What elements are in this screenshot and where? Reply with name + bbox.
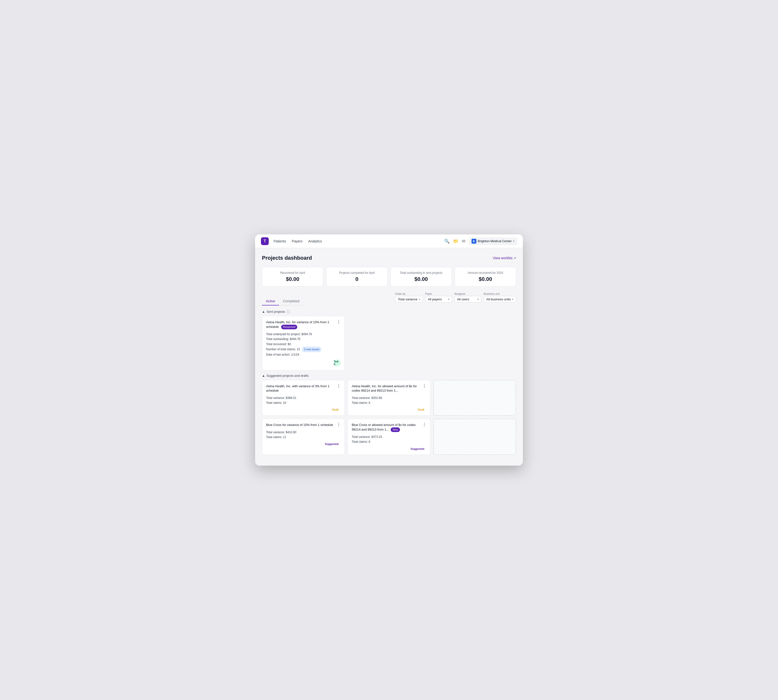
search-icon[interactable]: 🔍 — [444, 238, 450, 244]
suggested-badge-3: Suggested — [323, 442, 341, 446]
suggested-card-menu-0[interactable]: ⋮ — [337, 384, 341, 388]
suggested-card-5-empty — [433, 418, 516, 455]
suggested-card-body-1: Total variance: $202.88 Total claims: 6 — [352, 395, 426, 405]
suggested-card-detail-3-0: Total variance: $410.90 — [266, 430, 341, 435]
sent-card-detail-0-4: Date of last action: 1/1/24 — [266, 352, 341, 357]
folder-icon[interactable]: 📁 — [453, 238, 458, 244]
sent-card-title-0: Aetna Health, Inc. for variance of 15% f… — [266, 320, 337, 329]
stat-label-3: Amount recovered for 2024 — [460, 271, 511, 275]
org-switcher[interactable]: B Brighton Medical Center ▾ — [469, 238, 517, 245]
suggested-card-detail-4-1: Total claims: 8 — [352, 439, 426, 444]
suggested-card-footer-1: Draft — [352, 408, 426, 412]
suggested-card-detail-4-0: Total variance: $373.33 — [352, 435, 426, 439]
reopened-badge: Reopened — [281, 325, 298, 329]
sent-card-header-0: Aetna Health, Inc. for variance of 15% f… — [266, 320, 341, 329]
org-icon: B — [471, 239, 476, 243]
suggested-section-header[interactable]: ▲ Suggested projects and drafts — [262, 370, 516, 380]
sent-project-card-0: Aetna Health, Inc. for variance of 15% f… — [262, 316, 345, 370]
tabs-row: Active Completed — [262, 297, 303, 305]
nav-payers[interactable]: Payers — [292, 238, 303, 244]
suggested-card-0: Aetna Health, Inc. with variance of 3% f… — [262, 380, 345, 416]
stat-card-total-outstanding: Total outstanding in sent projects $0.00 — [390, 267, 452, 287]
assignee-label: Assignee — [455, 292, 481, 295]
view-worklist-link[interactable]: View worklist ↗ — [493, 256, 516, 260]
stat-card-amount-recovered: Amount recovered for 2024 $0.00 — [455, 267, 516, 287]
business-unit-label: Business unit — [484, 292, 516, 295]
app-logo[interactable]: T — [261, 237, 269, 245]
assignee-chevron-icon: ▾ — [477, 298, 478, 301]
suggested-card-detail-1-0: Total variance: $202.88 — [352, 395, 426, 400]
assignee-avatar-0: Ted F. — [334, 360, 341, 366]
suggested-section-title: Suggested projects and drafts — [267, 374, 309, 378]
filter-order-by: Order by Total variance ▾ — [395, 292, 423, 303]
org-chevron-icon: ▾ — [513, 240, 514, 242]
suggested-card-body-3: Total variance: $410.90 Total claims: 11 — [266, 430, 341, 440]
stat-label-0: Recovered for April — [267, 271, 318, 275]
filters-tabs-row: Active Completed Order by Total variance… — [262, 292, 516, 307]
sent-card-menu-0[interactable]: ⋮ — [337, 320, 341, 324]
suggested-card-3: Blue Cross for variance of 15% from 1 sc… — [262, 418, 345, 455]
sent-card-claims-row: Number of total claims: 15 2 new issues — [266, 347, 341, 352]
nav-right: 🔍 📁 ✉ B Brighton Medical Center ▾ — [444, 238, 517, 245]
assignee-select[interactable]: All users ▾ — [455, 296, 481, 303]
payer-chevron-icon: ▾ — [448, 298, 449, 301]
sent-projects-info-icon[interactable]: i — [287, 310, 290, 313]
suggested-card-body-4: Total variance: $373.33 Total claims: 8 — [352, 435, 426, 445]
suggested-card-body-0: Total variance: $388.01 Total claims: 10 — [266, 395, 341, 405]
sent-card-detail-0-0: Total underpaid for project: $494.76 — [266, 332, 341, 337]
page-title: Projects dashboard — [262, 255, 312, 261]
suggested-card-4: Blue Cross or allowed amount of $x for c… — [348, 418, 430, 455]
nav-patients[interactable]: Patients — [273, 238, 286, 244]
sent-card-footer-0: Ted F. — [266, 360, 341, 366]
order-by-select[interactable]: Total variance ▾ — [395, 296, 423, 303]
suggested-card-1: Aetna Health, Inc. for allowed amount of… — [348, 380, 430, 416]
suggested-card-header-4: Blue Cross or allowed amount of $x for c… — [352, 423, 426, 432]
suggested-card-detail-0-0: Total variance: $388.01 — [266, 395, 341, 400]
suggested-card-menu-3[interactable]: ⋮ — [337, 423, 341, 427]
payer-label: Payer — [425, 292, 452, 295]
business-unit-select[interactable]: All business units ▾ — [484, 296, 516, 303]
new-issues-badge: 2 new issues — [302, 347, 322, 352]
stat-value-0: $0.00 — [267, 276, 318, 282]
suggested-card-title-4: Blue Cross or allowed amount of $x for c… — [352, 423, 422, 432]
suggested-card-title-1: Aetna Health, Inc. for allowed amount of… — [352, 384, 422, 393]
suggested-card-title-3: Blue Cross for variance of 15% from 1 sc… — [266, 423, 337, 427]
stat-label-2: Total outstanding in sent projects — [396, 271, 447, 275]
stat-card-recovered-april: Recovered for April $0.00 — [262, 267, 323, 287]
draft-badge-0: Draft — [330, 408, 341, 412]
inbox-icon[interactable]: ✉ — [462, 238, 465, 244]
filters-row: Order by Total variance ▾ Payer All paye… — [395, 292, 516, 303]
sent-card-detail-0-1: Total outstanding: $494.76 — [266, 337, 341, 342]
nav-analytics[interactable]: Analytics — [308, 238, 322, 244]
tab-completed[interactable]: Completed — [279, 297, 303, 305]
suggested-cards-grid: Aetna Health, Inc. with variance of 3% f… — [262, 380, 516, 455]
order-by-label: Order by — [395, 292, 423, 295]
suggested-card-detail-3-1: Total claims: 11 — [266, 435, 341, 440]
navbar: T Patients Payers Analytics 🔍 📁 ✉ B Brig… — [255, 234, 523, 248]
suggested-card-menu-1[interactable]: ⋮ — [422, 384, 426, 388]
payer-select[interactable]: All payers ▾ — [425, 296, 452, 303]
suggested-badge-4: Suggested — [409, 447, 426, 451]
suggested-card-title-0: Aetna Health, Inc. with variance of 3% f… — [266, 384, 337, 393]
org-name: Brighton Medical Center — [478, 239, 512, 243]
suggested-card-header-1: Aetna Health, Inc. for allowed amount of… — [352, 384, 426, 393]
tab-active[interactable]: Active — [262, 297, 279, 305]
stat-value-3: $0.00 — [460, 276, 511, 282]
stat-value-1: 0 — [331, 276, 382, 282]
sent-project-card-wrapper: Aetna Health, Inc. for variance of 15% f… — [262, 316, 345, 370]
main-content: Projects dashboard View worklist ↗ Recov… — [255, 248, 523, 465]
sent-projects-title: Sent projects — [267, 310, 285, 313]
suggested-card-menu-4[interactable]: ⋮ — [422, 423, 426, 427]
nav-links: Patients Payers Analytics — [273, 238, 322, 244]
sent-card-body-0: Total underpaid for project: $494.76 Tot… — [266, 332, 341, 357]
order-by-chevron-icon: ▾ — [419, 298, 420, 301]
app-window: T Patients Payers Analytics 🔍 📁 ✉ B Brig… — [255, 234, 523, 465]
page-header: Projects dashboard View worklist ↗ — [262, 255, 516, 261]
sent-projects-section-header[interactable]: ▲ Sent projects i — [262, 307, 516, 316]
suggested-card-2-empty — [433, 380, 516, 416]
stat-card-projects-completed: Projects completed for April 0 — [326, 267, 388, 287]
suggested-card-footer-0: Draft — [266, 408, 341, 412]
suggested-card-header-0: Aetna Health, Inc. with variance of 3% f… — [266, 384, 341, 393]
filter-assignee: Assignee All users ▾ — [455, 292, 481, 303]
stats-row: Recovered for April $0.00 Projects compl… — [262, 267, 516, 287]
